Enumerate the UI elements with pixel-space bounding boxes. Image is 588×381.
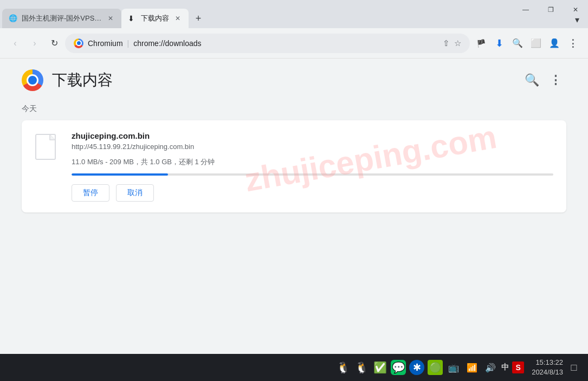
minimize-button[interactable]: — [513,1,538,18]
tab-close-active[interactable]: ✕ [173,14,182,23]
browser-logo-small [74,38,83,48]
page-content: zhujiceping.com 下载内容 🔍 ⋮ 今天 zhujiceping.… [0,59,588,354]
tab-active[interactable]: ⬇ 下载内容 ✕ [121,9,189,28]
taskbar-icon-volume[interactable]: 🔊 [483,360,498,375]
download-card: zhujiceping.com.bin http://45.119.99.21/… [22,120,566,212]
page-header-actions: 🔍 ⋮ [521,69,566,91]
share-icon[interactable]: ⇧ [443,38,450,48]
tab-title-active: 下载内容 [141,14,169,23]
address-bar[interactable]: Chromium | chrome://downloads ⇧ ☆ [65,34,470,53]
back-button[interactable]: ‹ [7,35,24,52]
page-header: 下载内容 🔍 ⋮ [22,69,566,91]
taskbar-icon-4[interactable]: 💬 [391,360,406,375]
page-title: 下载内容 [52,70,113,91]
download-status: 11.0 MB/s - 209 MB，共 1.0 GB，还剩 1 分钟 [72,157,553,167]
browser-name-label: Chromium [88,39,123,48]
ime-icon[interactable]: 中 [501,363,509,372]
download-url: http://45.119.99.21/zhujiceping.com.bin [72,143,553,151]
address-url: chrome://downloads [133,39,438,48]
tab-title-inactive: 国外主机测评-国外VPS、国外... [22,14,102,23]
cancel-button[interactable]: 取消 [116,184,154,202]
more-button[interactable]: ⋮ [564,35,581,52]
taskbar-time: 15:13:22 2024/8/13 [532,358,563,377]
tab-group: 🌐 国外主机测评-国外VPS、国外... ✕ ⬇ 下载内容 ✕ + [0,0,206,28]
search-button[interactable]: 🔍 [509,35,526,52]
taskbar-icon-wifi[interactable]: 📶 [464,360,480,375]
profile-button[interactable]: 👤 [546,35,563,52]
file-icon [35,133,61,164]
progress-bar-fill [72,173,168,176]
tab-favicon-inactive: 🌐 [9,14,17,23]
page-header-left: 下载内容 [22,69,113,91]
section-today-label: 今天 [22,104,566,114]
tab-inactive[interactable]: 🌐 国外主机测评-国外VPS、国外... ✕ [2,9,121,28]
tab-favicon-active: ⬇ [128,14,137,23]
page-logo [22,69,43,91]
taskbar: 🐧 🐧 ✅ 💬 ✱ 🟢 📺 📶 🔊 中 S 15:13:22 2024/8/13… [0,354,588,381]
extension-button[interactable]: 🏴 [472,35,489,52]
split-view-button[interactable]: ⬜ [527,35,545,52]
date-display: 2024/8/13 [532,367,563,377]
address-divider: | [127,39,130,48]
taskbar-icon-6[interactable]: 🟢 [428,360,443,375]
close-button[interactable]: ✕ [563,1,588,18]
download-button[interactable]: ⬇ [490,35,508,52]
taskbar-icon-7[interactable]: 📺 [446,360,461,375]
taskbar-icon-1[interactable]: 🐧 [335,360,351,375]
star-icon[interactable]: ☆ [454,38,461,48]
download-info: zhujiceping.com.bin http://45.119.99.21/… [72,131,553,202]
page-more-button[interactable]: ⋮ [545,69,566,91]
taskbar-icon-2[interactable]: 🐧 [354,360,369,375]
pause-button[interactable]: 暂停 [72,184,109,202]
title-bar: 🌐 国外主机测评-国外VPS、国外... ✕ ⬇ 下载内容 ✕ + ▾ — ❐ … [0,0,588,28]
time-display: 15:13:22 [532,358,563,367]
reload-button[interactable]: ↻ [46,35,63,52]
forward-button[interactable]: › [26,35,43,52]
download-filename: zhujiceping.com.bin [72,131,553,140]
page-search-button[interactable]: 🔍 [521,69,542,91]
file-icon-svg [35,133,61,164]
taskbar-icon-5[interactable]: ✱ [409,360,424,375]
window-controls: — ❐ ✕ [513,0,588,20]
new-tab-button[interactable]: + [191,11,206,26]
taskbar-icon-wps[interactable]: S [512,361,524,373]
taskbar-icon-3[interactable]: ✅ [372,360,387,375]
progress-bar-container [72,173,553,176]
nav-bar: ‹ › ↻ Chromium | chrome://downloads ⇧ ☆ … [0,28,588,59]
tab-close-inactive[interactable]: ✕ [106,14,115,23]
nav-actions: 🏴 ⬇ 🔍 ⬜ 👤 ⋮ [472,35,581,52]
notification-button[interactable]: □ [566,360,581,375]
download-actions: 暂停 取消 [72,184,553,202]
restore-button[interactable]: ❐ [538,1,563,18]
